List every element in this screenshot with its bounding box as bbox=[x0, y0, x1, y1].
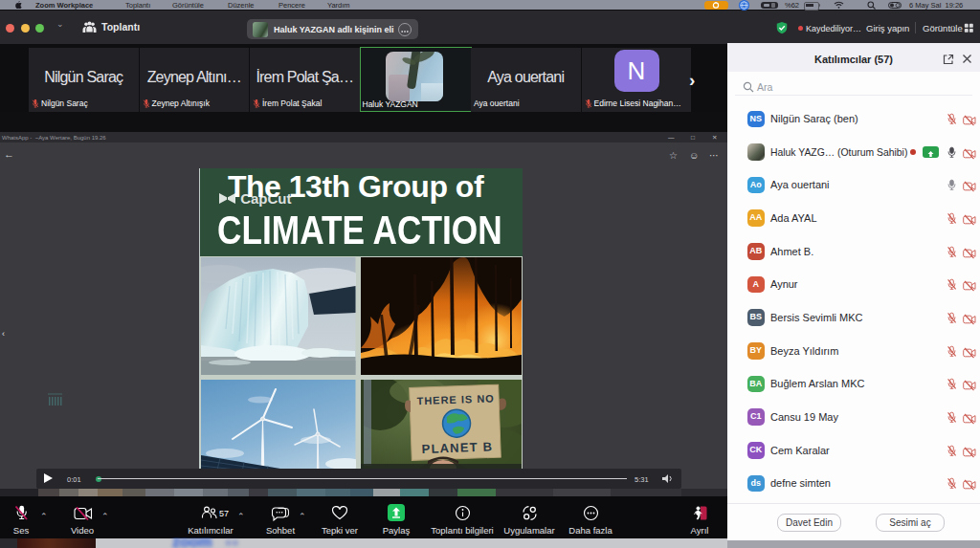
svg-text:PLANET B: PLANET B bbox=[421, 439, 493, 456]
